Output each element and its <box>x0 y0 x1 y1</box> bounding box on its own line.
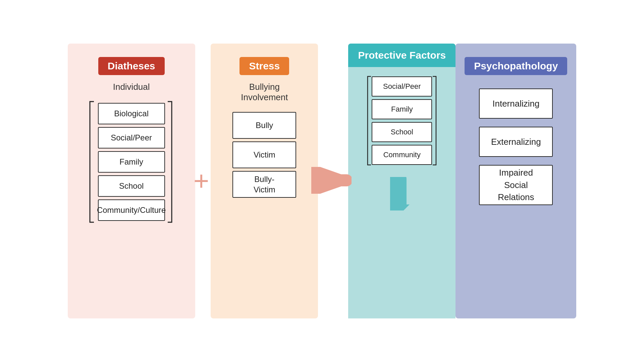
protective-badge: Protective Factors <box>348 44 455 67</box>
psycho-badge: Psychopathology <box>465 57 567 75</box>
pf-item-school: School <box>372 122 432 142</box>
stress-subtitle: Bullying Involvement <box>241 82 288 103</box>
pf-boxes: Social/Peer Family School Community <box>372 76 432 165</box>
psycho-boxes: Internalizing Externalizing Impaired Soc… <box>479 88 553 205</box>
diatheses-panel: Diatheses Individual Biological Social/P… <box>68 44 195 318</box>
protective-panel: Protective Factors Social/Peer Family Sc… <box>348 44 455 318</box>
psycho-item-externalizing: Externalizing <box>479 127 553 157</box>
diatheses-bracket-left <box>87 98 95 226</box>
pf-bracket-left <box>365 74 372 168</box>
main-arrow <box>311 167 352 195</box>
diatheses-bracket-right <box>167 98 174 226</box>
pf-bracket-right <box>432 74 439 168</box>
diatheses-badge: Diatheses <box>98 57 165 75</box>
down-arrow-svg <box>390 177 414 210</box>
psycho-item-internalizing: Internalizing <box>479 88 553 119</box>
diatheses-item-community: Community/Culture <box>98 199 165 221</box>
psycho-panel: Psychopathology Internalizing Externaliz… <box>455 44 576 318</box>
pf-item-family: Family <box>372 99 432 119</box>
stress-badge: Stress <box>239 57 289 75</box>
svg-marker-2 <box>394 204 410 210</box>
stress-boxes: Bully Victim Bully- Victim <box>232 112 296 198</box>
protective-box-group: Social/Peer Family School Community <box>365 74 439 168</box>
stress-panel: Stress Bullying Involvement Bully Victim… <box>211 44 318 318</box>
plus-symbol: + <box>194 166 209 196</box>
diatheses-item-family: Family <box>98 151 165 173</box>
diatheses-item-school: School <box>98 175 165 197</box>
protective-body: Social/Peer Family School Community <box>348 67 455 318</box>
stress-item-bully: Bully <box>232 112 296 139</box>
psycho-item-impaired-social: Impaired Social Relations <box>479 165 553 205</box>
diatheses-boxes: Biological Social/Peer Family School Com… <box>98 103 165 221</box>
diatheses-item-biological: Biological <box>98 103 165 124</box>
pf-item-social-peer: Social/Peer <box>372 76 432 97</box>
stress-item-bully-victim: Bully- Victim <box>232 171 296 198</box>
horizontal-arrow-svg <box>311 167 352 194</box>
diatheses-item-social-peer: Social/Peer <box>98 127 165 148</box>
main-diagram: Diatheses Individual Biological Social/P… <box>20 22 624 340</box>
diatheses-box-group: Biological Social/Peer Family School Com… <box>87 98 176 226</box>
pf-item-community: Community <box>372 145 432 165</box>
diatheses-subtitle: Individual <box>113 82 150 92</box>
stress-item-victim: Victim <box>232 141 296 168</box>
down-arrow <box>390 177 414 212</box>
